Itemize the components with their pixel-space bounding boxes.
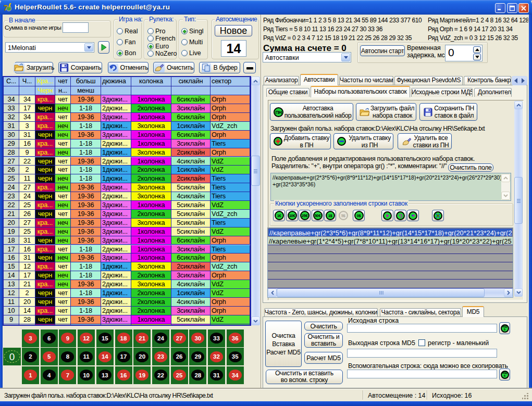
board-cell-29[interactable]: 29 [189,348,206,365]
md5-clear-button[interactable]: Очистить [304,322,343,331]
money-button-10eur[interactable]: 10€ [286,210,298,221]
board-cell-30[interactable]: 30 [189,329,206,347]
main-tab-2[interactable]: Автоставки [300,74,338,85]
main-tab-5[interactable]: Контроль банкрот [464,76,511,85]
radio-real[interactable] [117,28,123,34]
radio-bon[interactable] [117,50,123,56]
board-cell-11[interactable]: 11 [78,348,95,365]
board-cell-13[interactable]: 13 [96,366,114,384]
board-cell-31[interactable]: 31 [208,366,225,384]
radio-multi[interactable] [181,39,188,45]
board-cell-25[interactable]: 25 [171,366,188,384]
money-button-0usd[interactable]: 0$ [353,210,365,221]
start-sum-input[interactable] [63,22,89,33]
save-set-file-button[interactable]: Сохранить ПНставок в файл [419,103,477,121]
md5-out-input[interactable] [347,349,497,358]
radio-fan[interactable] [117,39,123,45]
clear-field-button[interactable]: Очистить поле [448,163,493,172]
quick-play-button[interactable] [381,210,393,221]
money-button-1eur[interactable]: 1€ [273,210,285,221]
sub-tab-3[interactable]: Исходные строки МД5 [411,88,473,97]
textarea-scrollbar[interactable] [501,174,510,200]
stake-edit-textarea[interactable]: //кареправые+gr(2*3*5*6)+gr(8*9*11*12)+g… [270,173,511,201]
sub-tab-2[interactable]: Наборы пользовательских ставок [311,86,410,97]
board-cell-23[interactable]: 23 [152,348,169,365]
mode-combo-dropdown[interactable] [341,53,350,61]
minimize-button[interactable] [495,3,505,13]
tabs-scroll-left[interactable] [514,78,517,83]
bottom-tab-1[interactable]: Частота - Zero, шансы, дюжины, колонки [264,308,378,316]
board-cell-32[interactable]: 32 [208,348,225,365]
preset-combo[interactable]: 1Melonati [5,42,94,53]
board-cell-9[interactable]: 9 [59,329,76,347]
toolbar-undo-button[interactable]: Отменить [108,62,149,73]
board-cell-34[interactable]: 34 [227,366,244,384]
board-cell-16[interactable]: 16 [115,366,132,384]
radio-nozero[interactable] [147,50,154,57]
md5-run-aux-button[interactable]: МД5 [499,369,510,380]
list-hscrollbar[interactable] [268,288,513,297]
preset-combo-dropdown[interactable] [84,43,93,52]
list-scroll-right[interactable] [504,288,513,297]
board-cell-20[interactable]: 20 [133,348,151,365]
quick-target-button[interactable] [432,210,444,221]
bottom-tab-3[interactable]: MD5 [462,306,484,317]
delete-stake-button[interactable]: Удалить ставкуиз ПН [333,133,393,149]
page-scrollbar[interactable] [514,101,523,297]
md5-aux-input[interactable] [347,370,497,378]
page-scroll-down[interactable] [514,288,523,297]
table-scroll-up[interactable] [251,77,260,85]
main-tab-4[interactable]: Функционал PsevdoMS [394,76,463,85]
board-cell-17[interactable]: 17 [115,348,132,365]
textarea-scroll-up[interactable] [501,174,510,182]
board-cell-22[interactable]: 22 [152,366,169,384]
main-tab-3[interactable]: Частоты по числам [339,76,393,85]
register-checkbox[interactable] [418,339,425,346]
delay-up-button[interactable] [473,46,481,53]
radio-pro[interactable] [147,28,154,34]
board-cell-26[interactable]: 26 [171,348,188,365]
table-scroll-thumb[interactable] [251,156,260,186]
board-cell-2[interactable]: 2 [22,348,39,365]
add-stake-button[interactable]: Добавить ставкув ПН [270,133,331,149]
sub-tab-1[interactable]: Общие ставки [266,88,310,97]
radio-euro[interactable] [147,43,154,49]
md5-source-input[interactable] [347,324,497,333]
bottom-tab-2[interactable]: Частота - сиклайны, сектора [380,308,461,316]
money-button-25eur[interactable]: 25€ [299,210,311,221]
sub-tab-4[interactable]: Дополнительны [474,88,512,97]
resize-grip[interactable] [522,393,529,400]
run-preset-button[interactable] [98,41,109,54]
page-scroll-thumb[interactable] [514,177,523,224]
list-row[interactable]: //кареправые+gr(2*3*5*6)+gr(8*9*11*12)+g… [268,228,513,237]
board-cell-36[interactable]: 36 [227,329,244,347]
board-cell-27[interactable]: 27 [171,329,188,347]
table-scroll-down[interactable] [251,316,260,325]
list-scroll-thumb[interactable] [277,288,485,297]
board-cell-1[interactable]: 1 [22,366,39,384]
textarea-scroll-down[interactable] [501,192,510,200]
radio-singl[interactable] [181,28,188,34]
toolbar-load-button[interactable]: Загрузить [15,62,53,73]
board-cell-15[interactable]: 15 [96,329,114,347]
money-button-1usd[interactable]: 1$ [324,210,336,221]
board-cell-10[interactable]: 10 [78,366,95,384]
load-set-file-button[interactable]: Загрузить файлнабора ставок [356,103,416,121]
autospin-button[interactable]: Автоспин старт [360,45,405,56]
main-tab-1[interactable]: Анализатор [264,76,299,85]
md5-clear-paste-aux-button[interactable]: Очистить и вставитьво вспом. строку [266,370,343,384]
toolbar-clear-button[interactable]: Очистить [153,62,194,73]
delay-spinner[interactable]: 0 [445,45,482,61]
stake-sets-list[interactable]: //кареправые+gr(2*3*5*6)+gr(8*9*11*12)+g… [267,227,513,298]
board-cell-21[interactable]: 21 [133,329,151,347]
table-scrollbar[interactable] [251,77,260,325]
md5-calc-button[interactable]: Расчет MD5 [304,352,343,364]
board-cell-7[interactable]: 7 [59,366,76,384]
spins-table[interactable]: С...Ч...Кра...четбольшдюжинаколонкасикла… [3,76,251,326]
board-cell-6[interactable]: 6 [41,329,58,347]
board-cell-19[interactable]: 19 [133,366,151,384]
maximize-button[interactable] [507,3,517,13]
money-button-50eur[interactable]: 50€ [312,210,324,221]
delay-down-button[interactable] [473,54,481,60]
page-scroll-up[interactable] [514,101,523,109]
